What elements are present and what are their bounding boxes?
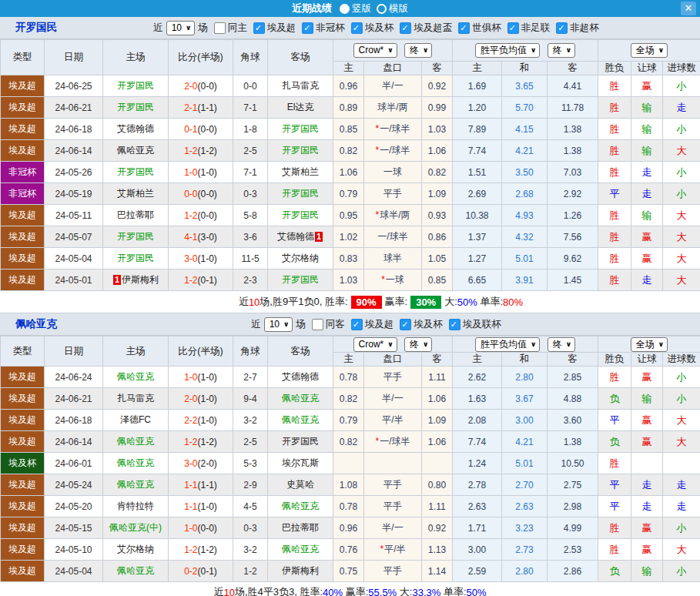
avg-home-odds: 10.38 — [453, 205, 502, 226]
avg-draw-odds: 3.67 — [502, 388, 548, 410]
result-wdl: 胜 — [598, 205, 631, 226]
fulltime-score: 1-0 — [184, 167, 197, 178]
league-label[interactable]: 埃及超盃 — [414, 22, 452, 35]
match-row: 埃及超24-05-24佩哈亚克1-1(1-1)2-9史莫哈1.08平手0.802… — [1, 474, 700, 496]
away-team-name: 艾德翰德 — [277, 231, 314, 242]
league-checkbox[interactable] — [507, 22, 519, 34]
handicap-home-odds: 1.06 — [333, 162, 364, 183]
vertical-layout-radio[interactable] — [340, 4, 350, 14]
odds-stage-select[interactable]: 终∨ — [404, 43, 432, 58]
vertical-layout-label[interactable]: 竖版 — [352, 2, 371, 15]
league-label[interactable]: 埃及杯 — [365, 22, 394, 35]
match-date: 24-05-20 — [45, 496, 103, 517]
league-label[interactable]: 埃及超 — [267, 22, 296, 35]
fulltime-score: 1-2 — [184, 146, 197, 156]
same-venue-label[interactable]: 同客 — [326, 318, 345, 331]
league-label[interactable]: 非冠杯 — [316, 22, 345, 35]
same-venue-checkbox[interactable] — [312, 319, 323, 330]
scope-select[interactable]: 全场∨ — [631, 43, 668, 58]
handicap-home-odds: 0.85 — [333, 119, 364, 140]
odds-company-select[interactable]: Crow*∨ — [353, 43, 397, 58]
horizontal-layout-label[interactable]: 横版 — [389, 2, 408, 15]
corners: 3-2 — [233, 539, 268, 561]
avg-home-odds: 1.37 — [453, 226, 502, 248]
same-venue-label[interactable]: 同主 — [228, 22, 247, 35]
result-handicap: 赢 — [631, 248, 663, 270]
home-team: 艾尔格纳 — [103, 539, 169, 561]
handicap-home-odds: 0.79 — [333, 183, 364, 205]
halftime-score: (0-1) — [198, 275, 217, 286]
avg-away-odds: 9.62 — [548, 248, 598, 270]
avg-home-odds: 1.20 — [453, 97, 502, 119]
col-home: 主场 — [103, 337, 169, 367]
corners: 0-0 — [233, 75, 268, 97]
handicap-away-odds: 1.11 — [422, 367, 453, 388]
home-team-name: 扎马雷克 — [117, 393, 154, 403]
result-goals: 走 — [663, 97, 700, 119]
league-label[interactable]: 埃及杯 — [414, 318, 443, 331]
avg-draw-odds: 3.91 — [502, 270, 548, 291]
same-venue-checkbox[interactable] — [214, 22, 226, 34]
league-checkbox[interactable] — [458, 22, 470, 34]
away-team-name: 扎马雷克 — [282, 80, 319, 91]
league-checkbox[interactable] — [400, 22, 411, 34]
col-corner: 角球 — [233, 40, 268, 75]
away-team-name: 埃尔瓦斯 — [282, 457, 319, 468]
close-button[interactable]: ✕ — [681, 2, 696, 15]
league-checkbox[interactable] — [302, 22, 313, 34]
league-label[interactable]: 非超杯 — [570, 22, 599, 35]
home-team: 泽德FC — [103, 410, 169, 431]
handicap-line: 球半 — [364, 248, 422, 270]
handicap-line: 平手 — [364, 496, 422, 517]
star-icon: * — [375, 436, 379, 447]
corners: 7-1 — [233, 162, 268, 183]
match-count-select[interactable]: 10∨ — [264, 317, 293, 332]
avg-draw-odds: 4.93 — [502, 205, 548, 226]
league-label[interactable]: 世俱杯 — [472, 22, 501, 35]
col-away: 客场 — [268, 40, 333, 75]
score: 0-2(0-1) — [169, 561, 233, 582]
summary-segment: 55.5% — [368, 587, 397, 596]
home-team: 佩哈亚克(中) — [103, 517, 169, 539]
home-team-name: 艾尔格纳 — [117, 544, 154, 554]
away-team-name: 佩哈亚克 — [282, 393, 319, 403]
odds-stage-value: 终 — [410, 45, 419, 56]
avg-type-select[interactable]: 胜平负均值∨ — [475, 43, 540, 58]
league-checkbox[interactable] — [556, 22, 568, 34]
avg-type-select[interactable]: 胜平负均值∨ — [475, 337, 540, 352]
sub-avg-draw: 和 — [502, 353, 548, 367]
score: 2-0(0-0) — [169, 75, 233, 97]
league-checkbox[interactable] — [351, 319, 363, 330]
halftime-score: (1-2) — [198, 146, 217, 156]
avg-away-odds: 1.38 — [548, 119, 598, 140]
summary-segment: 单率: — [440, 585, 466, 596]
avg-away-odds: 3.60 — [548, 410, 598, 431]
league-checkbox[interactable] — [400, 319, 411, 330]
match-count-select[interactable]: 10∨ — [166, 21, 196, 35]
avg-away-odds: 7.56 — [548, 226, 598, 248]
horizontal-layout-radio[interactable] — [377, 4, 387, 14]
away-team-name: 艾尔格纳 — [282, 253, 319, 263]
avg-stage-select[interactable]: 终∨ — [548, 337, 575, 352]
away-team-name: 开罗国民 — [282, 436, 319, 447]
avg-stage-select[interactable]: 终∨ — [548, 43, 575, 58]
handicap-away-odds: 1.05 — [422, 248, 453, 270]
league-label[interactable]: 非足联 — [521, 22, 551, 35]
results-body-home: 埃及超24-06-25开罗国民2-0(0-0)0-0扎马雷克0.96半/一0.9… — [1, 75, 700, 291]
halftime-score: (2-0) — [198, 458, 217, 469]
league-checkbox[interactable] — [253, 22, 265, 34]
chevron-down-icon: ∨ — [387, 339, 393, 350]
league-label[interactable]: 埃及超 — [365, 318, 394, 331]
league-label[interactable]: 埃及联杯 — [463, 318, 501, 331]
league-checkbox[interactable] — [449, 319, 461, 330]
odds-company-select[interactable]: Crow*∨ — [353, 337, 397, 352]
handicap-home-odds: 0.79 — [333, 410, 364, 431]
fulltime-score: 1-2 — [184, 544, 197, 555]
odds-stage-select[interactable]: 终∨ — [404, 337, 432, 352]
league-checkbox[interactable] — [351, 22, 363, 34]
avg-draw-odds: 3.50 — [502, 162, 548, 183]
match-row: 埃及超24-06-14佩哈亚克1-2(1-2)2-5开罗国民0.82*一/球半1… — [1, 140, 700, 162]
scope-select[interactable]: 全场∨ — [631, 337, 668, 352]
avg-home-odds: 1.71 — [453, 517, 502, 539]
score: 1-1(1-1) — [169, 474, 233, 496]
